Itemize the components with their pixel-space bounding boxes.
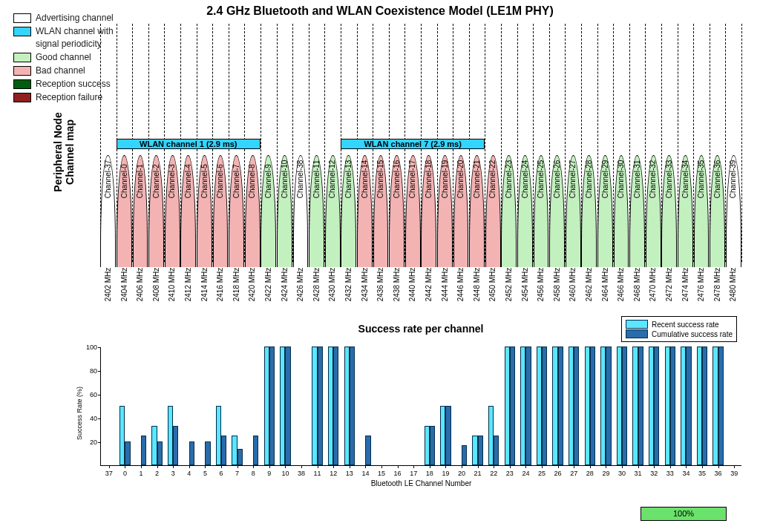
channel-label: Channel-28	[585, 183, 593, 199]
legend-item: Advertising channel	[13, 12, 114, 24]
legend-swatch-adv	[13, 13, 31, 23]
bar-recent	[425, 426, 430, 465]
channel-slot-27: Channel-272460 MHz	[565, 155, 581, 267]
x-tick-label: 29	[602, 470, 609, 477]
bar-recent	[712, 347, 718, 465]
channel-frequency-label: 2432 MHz	[344, 286, 353, 302]
x-tick-label: 28	[586, 470, 594, 477]
legend-item: Reception success	[13, 78, 114, 91]
channel-label: Channel-24	[521, 183, 529, 199]
channel-label: Channel-20	[456, 183, 465, 199]
bar-recent	[232, 436, 237, 465]
x-tick-label: 39	[730, 470, 738, 477]
channel-slot-35: Channel-352476 MHz	[693, 155, 710, 267]
x-tick	[430, 465, 430, 468]
channel-frequency-label: 2428 MHz	[312, 286, 321, 302]
x-tick	[654, 465, 655, 468]
bar-recent	[264, 347, 269, 465]
channel-slot-1: Channel-12406 MHz	[132, 155, 148, 267]
bar-chart-xlabel: Bluetooth LE Channel Number	[101, 479, 741, 487]
bar-chart-plot-area: Success Rate (%) Bluetooth LE Channel Nu…	[100, 347, 741, 466]
channel-slot-2: Channel-22408 MHz	[148, 155, 165, 267]
x-tick	[350, 465, 350, 468]
channel-label: Channel-2	[152, 183, 160, 199]
channel-frequency-label: 2456 MHz	[537, 286, 545, 302]
channel-label: Channel-32	[649, 183, 658, 199]
legend-item: Cumulative success rate	[626, 329, 733, 338]
channel-frequency-label: 2442 MHz	[425, 286, 433, 302]
channel-frequency-label: 2426 MHz	[296, 286, 304, 302]
bar-cumulative	[622, 347, 627, 465]
y-tick-label: 80	[90, 367, 97, 375]
channel-label: Channel-8	[249, 183, 257, 199]
bar-cumulative	[478, 436, 483, 465]
channel-frequency-label: 2440 MHz	[409, 286, 417, 302]
x-tick	[141, 465, 142, 468]
progress-label: 100%	[673, 509, 694, 518]
legend-label: Bad channel	[36, 65, 85, 77]
x-tick-label: 4	[187, 470, 191, 477]
channel-frequency-label: 2444 MHz	[441, 286, 449, 302]
channel-slot-34: Channel-342474 MHz	[678, 155, 694, 267]
channel-slot-9: Channel-92422 MHz	[261, 155, 277, 267]
x-tick	[574, 465, 574, 468]
x-tick-label: 34	[682, 470, 689, 477]
channel-slot-4: Channel-42412 MHz	[180, 155, 197, 267]
channel-frequency-label: 2468 MHz	[633, 286, 641, 302]
x-tick-label: 12	[330, 470, 337, 477]
x-tick-label: 21	[474, 470, 482, 477]
channel-slot-7: Channel-72418 MHz	[229, 155, 245, 267]
bar-cumulative	[686, 347, 691, 465]
legend-swatch-good	[13, 53, 31, 62]
channel-frequency-label: 2414 MHz	[200, 286, 209, 302]
channel-label: Channel-6	[216, 183, 224, 199]
channel-slot-29: Channel-292464 MHz	[597, 155, 614, 267]
channel-slot-31: Channel-312468 MHz	[629, 155, 646, 267]
x-tick-label: 36	[715, 470, 722, 477]
x-tick	[381, 465, 382, 468]
channel-slot-24: Channel-242454 MHz	[517, 155, 534, 267]
bar-cumulative	[189, 441, 194, 465]
channel-frequency-label: 2478 MHz	[713, 286, 721, 302]
x-tick-label: 26	[554, 470, 562, 477]
channel-label: Channel-29	[601, 183, 609, 199]
x-tick-label: 18	[426, 470, 433, 477]
y-tick	[98, 418, 101, 419]
legend-item: Recent success rate	[626, 320, 733, 329]
channel-slot-21: Channel-212448 MHz	[469, 155, 485, 267]
channel-frequency-label: 2452 MHz	[505, 286, 513, 302]
x-tick	[718, 465, 719, 468]
channel-slot-30: Channel-302466 MHz	[613, 155, 629, 267]
x-tick-label: 3	[171, 470, 175, 477]
x-tick	[301, 465, 302, 468]
x-tick	[510, 465, 511, 468]
bar-cumulative	[542, 347, 547, 465]
bar-cumulative	[654, 347, 659, 465]
x-tick-label: 32	[650, 470, 658, 477]
x-tick-label: 24	[522, 470, 529, 477]
channel-frequency-label: 2448 MHz	[473, 286, 481, 302]
channel-frequency-label: 2466 MHz	[617, 286, 625, 302]
wlan-bar: WLAN channel 1 (2.9 ms)	[117, 139, 261, 149]
bar-cumulative	[350, 347, 355, 465]
progress-bar: 100%	[641, 507, 727, 521]
bar-cumulative	[205, 441, 210, 465]
bar-recent	[537, 347, 542, 465]
y-tick-label: 100	[86, 344, 97, 351]
channel-label: Channel-10	[281, 183, 289, 199]
x-tick-label: 19	[442, 470, 449, 477]
x-tick	[542, 465, 543, 468]
x-tick-label: 30	[618, 470, 626, 477]
channel-frequency-label: 2436 MHz	[376, 286, 384, 302]
channel-slot-26: Channel-262458 MHz	[549, 155, 566, 267]
channel-frequency-label: 2434 MHz	[361, 286, 369, 302]
channel-separator	[741, 24, 742, 262]
channel-slot-10: Channel-102424 MHz	[277, 155, 293, 267]
bar-recent	[280, 347, 285, 465]
channel-slot-36: Channel-362478 MHz	[710, 155, 726, 267]
channel-frequency-label: 2480 MHz	[730, 286, 738, 302]
x-tick	[285, 465, 286, 468]
x-tick-label: 16	[394, 470, 402, 477]
x-tick	[365, 465, 366, 468]
channel-frequency-label: 2476 MHz	[697, 286, 705, 302]
